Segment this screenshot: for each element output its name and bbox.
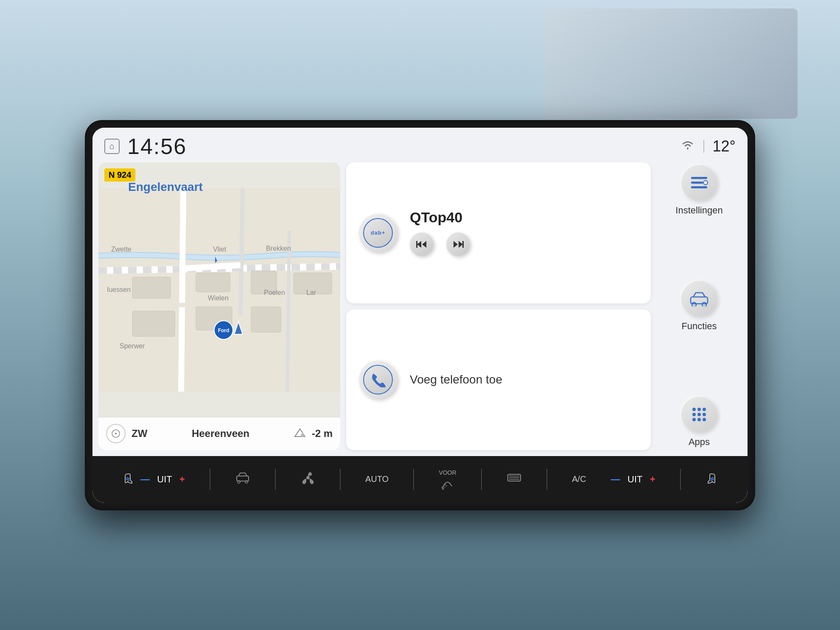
auto-mode-label[interactable]: AUTO xyxy=(365,474,389,484)
svg-text:Ford: Ford xyxy=(218,328,230,333)
svg-rect-32 xyxy=(691,186,707,188)
svg-rect-4 xyxy=(132,311,175,336)
divider-2 xyxy=(275,469,276,490)
divider-3 xyxy=(340,469,341,490)
svg-text:Lar: Lar xyxy=(306,289,316,296)
instellingen-label: Instellingen xyxy=(675,205,722,216)
wifi-icon xyxy=(680,140,695,153)
divider-7 xyxy=(680,469,681,490)
svg-text:Sperwer: Sperwer xyxy=(120,342,145,350)
divider-5 xyxy=(481,469,482,490)
svg-point-38 xyxy=(697,408,701,411)
map-view[interactable]: Zwette Vliet Brekken Iuessen Wielen Poel… xyxy=(98,162,340,417)
street-name: Engelenvaart xyxy=(128,180,203,194)
dab-button[interactable]: dab+ xyxy=(359,214,397,252)
svg-rect-31 xyxy=(691,182,703,184)
svg-rect-26 xyxy=(416,241,417,248)
rear-defroster-icon[interactable] xyxy=(507,472,522,487)
clock: 14:56 xyxy=(127,134,187,159)
header-bar: ⌂ 14:56 12° xyxy=(92,128,748,162)
svg-point-39 xyxy=(703,408,706,411)
svg-point-45 xyxy=(703,418,706,421)
left-temp-control: — UIT + xyxy=(140,474,185,485)
apps-icon xyxy=(681,397,717,432)
functies-label: Functies xyxy=(681,321,717,332)
apps-label: Apps xyxy=(689,437,710,448)
next-track-button[interactable] xyxy=(446,232,470,256)
front-heat-label: VOOR xyxy=(439,465,456,478)
distance-label: -2 m xyxy=(312,428,333,440)
svg-point-37 xyxy=(692,408,696,411)
dab-label: dab+ xyxy=(371,230,386,236)
right-column: Instellingen Functies xyxy=(657,162,742,450)
svg-marker-24 xyxy=(417,241,421,248)
temperature-display: 12° xyxy=(713,137,736,155)
screen: ⌂ 14:56 12° N 924 Engelenvaa xyxy=(92,128,748,503)
map-panel[interactable]: N 924 Engelenvaart xyxy=(98,162,340,450)
divider-6 xyxy=(546,469,547,490)
ac-label[interactable]: A/C xyxy=(572,474,586,484)
right-temp-value: UIT xyxy=(624,474,646,485)
phone-label: Voeg telefoon toe xyxy=(410,373,502,386)
left-temp-plus[interactable]: + xyxy=(179,474,185,485)
left-temp-minus[interactable]: — xyxy=(140,474,150,485)
instellingen-button[interactable]: Instellingen xyxy=(657,165,742,216)
functies-button[interactable]: Functies xyxy=(657,281,742,332)
header-right: 12° xyxy=(680,137,736,155)
media-controls xyxy=(410,232,638,256)
dab-inner: dab+ xyxy=(363,218,393,248)
media-card[interactable]: dab+ QTop40 xyxy=(346,162,651,303)
svg-point-49 xyxy=(306,476,310,479)
divider-4 xyxy=(413,469,414,490)
svg-point-40 xyxy=(692,413,696,416)
compass-button[interactable] xyxy=(106,424,126,443)
svg-rect-29 xyxy=(462,241,464,248)
phone-button[interactable] xyxy=(359,361,397,399)
right-temp-minus[interactable]: — xyxy=(611,474,620,485)
svg-point-44 xyxy=(697,418,701,421)
car-top-icon xyxy=(235,472,250,487)
home-button[interactable]: ⌂ xyxy=(104,139,120,154)
destination-label: Heerenveen xyxy=(153,428,288,440)
right-temp-control: — UIT + xyxy=(611,474,655,485)
svg-rect-2 xyxy=(196,273,230,292)
header-left: ⌂ 14:56 xyxy=(104,134,187,159)
front-heat-icon[interactable] xyxy=(440,479,455,494)
svg-text:Iuessen: Iuessen xyxy=(107,286,131,293)
right-temp-plus[interactable]: + xyxy=(650,474,655,485)
svg-point-42 xyxy=(703,413,706,416)
seat-heat-left-icon[interactable] xyxy=(122,470,134,488)
screen-bezel: ⌂ 14:56 12° N 924 Engelenvaa xyxy=(85,120,755,510)
svg-text:Poelen: Poelen xyxy=(264,289,285,296)
climate-bar: — UIT + xyxy=(92,456,748,503)
phone-icon xyxy=(363,365,393,395)
media-info: QTop40 xyxy=(410,209,638,256)
svg-rect-46 xyxy=(237,476,249,481)
direction-label: ZW xyxy=(132,428,147,440)
functies-icon xyxy=(681,281,717,316)
svg-point-21 xyxy=(115,433,117,434)
phone-card[interactable]: Voeg telefoon toe xyxy=(346,309,651,450)
svg-marker-23 xyxy=(300,432,305,437)
center-column: dab+ QTop40 xyxy=(346,162,651,450)
left-seat-section: — UIT + xyxy=(122,470,185,488)
svg-marker-25 xyxy=(422,241,426,248)
svg-point-33 xyxy=(703,180,708,185)
svg-text:Wielen: Wielen xyxy=(208,294,229,302)
header-divider xyxy=(703,140,704,153)
station-name: QTop40 xyxy=(410,209,638,226)
map-bottom-bar: ZW Heerenveen -2 m xyxy=(98,417,340,450)
svg-text:Vliet: Vliet xyxy=(213,246,227,253)
main-content: N 924 Engelenvaart xyxy=(92,162,748,456)
fan-icon[interactable] xyxy=(301,470,315,488)
svg-point-43 xyxy=(692,418,696,421)
svg-rect-1 xyxy=(132,277,171,298)
apps-button[interactable]: Apps xyxy=(657,397,742,448)
svg-point-41 xyxy=(697,413,701,416)
svg-marker-27 xyxy=(459,241,463,248)
prev-track-button[interactable] xyxy=(410,232,434,256)
svg-point-36 xyxy=(702,302,706,306)
seat-heat-right-icon[interactable] xyxy=(706,470,718,488)
background-cars xyxy=(543,8,798,119)
mountain-icon xyxy=(294,428,306,440)
